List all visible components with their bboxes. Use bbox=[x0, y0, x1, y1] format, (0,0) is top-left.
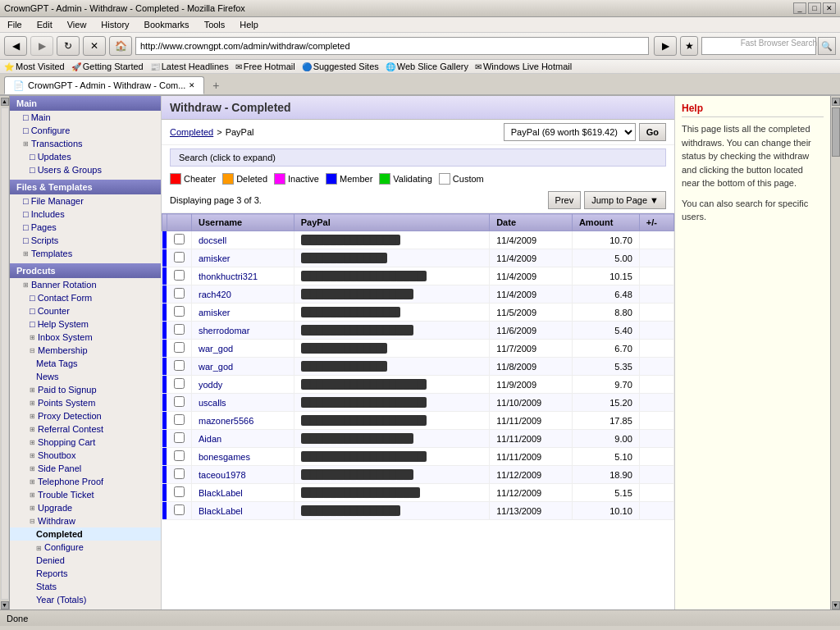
sidebar-item-telephone-proof[interactable]: ⊞ Telephone Proof bbox=[10, 475, 161, 488]
page-icon: □ bbox=[23, 209, 29, 219]
maximize-btn[interactable]: □ bbox=[808, 2, 821, 14]
sidebar-item-trouble-ticket[interactable]: ⊞ Trouble Ticket bbox=[10, 488, 161, 501]
sidebar-item-file-manager[interactable]: □ File Manager bbox=[10, 194, 161, 208]
row-checkbox[interactable] bbox=[167, 358, 192, 376]
sidebar-item-withdraw[interactable]: ⊟ Withdraw bbox=[10, 514, 161, 527]
outer-scrollbar[interactable]: ▲ ▼ bbox=[0, 96, 10, 609]
sidebar-item-help-system[interactable]: □ Help System bbox=[10, 317, 161, 331]
sidebar-item-reports[interactable]: Reports bbox=[10, 567, 161, 580]
minimize-btn[interactable]: _ bbox=[793, 2, 806, 14]
menu-edit[interactable]: Edit bbox=[34, 19, 56, 30]
payment-method-dropdown[interactable]: PayPal (69 worth $619.42) bbox=[504, 123, 636, 141]
bookmark-suggested-sites[interactable]: 🔵 Suggested Sites bbox=[302, 62, 379, 71]
sidebar-item-pages[interactable]: □ Pages bbox=[10, 221, 161, 234]
sidebar-item-scripts[interactable]: □ Scripts bbox=[10, 234, 161, 247]
sidebar-item-membership[interactable]: ⊟ Membership bbox=[10, 344, 161, 357]
sidebar-item-points-system[interactable]: ⊞ Points System bbox=[10, 396, 161, 409]
search-input[interactable] bbox=[701, 37, 816, 55]
address-input[interactable] bbox=[135, 37, 649, 55]
tab-crowngpt[interactable]: 📄 CrownGPT - Admin - Withdraw - Com... ✕ bbox=[4, 76, 204, 94]
go-address-btn[interactable]: ▶ bbox=[654, 36, 677, 56]
sidebar-item-includes[interactable]: □ Includes bbox=[10, 208, 161, 221]
menu-file[interactable]: File bbox=[4, 19, 25, 30]
sidebar-item-shoutbox[interactable]: ⊞ Shoutbox bbox=[10, 449, 161, 462]
sidebar-item-meta-tags[interactable]: Meta Tags bbox=[10, 357, 161, 370]
row-checkbox[interactable] bbox=[167, 285, 192, 304]
row-checkbox[interactable] bbox=[167, 412, 192, 430]
sidebar-item-shopping-cart[interactable]: ⊞ Shopping Cart bbox=[10, 436, 161, 449]
row-checkbox[interactable] bbox=[167, 267, 192, 285]
sidebar-item-completed[interactable]: Completed bbox=[10, 527, 161, 541]
row-username: rach420 bbox=[192, 285, 294, 304]
sidebar-section-files: Files & Templates bbox=[10, 180, 161, 194]
sidebar-item-main[interactable]: □ Main bbox=[10, 111, 161, 124]
bookmark-web-slice[interactable]: 🌐 Web Slice Gallery bbox=[386, 62, 468, 71]
forward-btn[interactable]: ▶ bbox=[30, 36, 53, 56]
sidebar-item-paid-signup[interactable]: ⊞ Paid to Signup bbox=[10, 383, 161, 396]
bookmark-most-visited[interactable]: ⭐ Most Visited bbox=[4, 62, 65, 71]
row-checkbox[interactable] bbox=[167, 466, 192, 484]
menu-view[interactable]: View bbox=[64, 19, 90, 30]
row-checkbox[interactable] bbox=[167, 484, 192, 502]
sidebar-item-referral-contest[interactable]: ⊞ Referral Contest bbox=[10, 422, 161, 436]
home-btn[interactable]: 🏠 bbox=[109, 36, 132, 56]
row-checkbox[interactable] bbox=[167, 340, 192, 358]
sidebar-item-year-totals[interactable]: Year (Totals) bbox=[10, 593, 161, 606]
rocket-icon: 🚀 bbox=[71, 62, 81, 71]
sidebar-item-transactions[interactable]: ⊞ Transactions bbox=[10, 137, 161, 150]
sidebar-item-configure-withdraw[interactable]: ⊞ Configure bbox=[10, 541, 161, 554]
sidebar-item-inbox-system[interactable]: ⊞ Inbox System bbox=[10, 331, 161, 344]
bookmark-latest-headlines[interactable]: 📰 Latest Headlines bbox=[150, 62, 229, 71]
bookmark-star-icon[interactable]: ★ bbox=[680, 36, 698, 56]
search-go-btn[interactable]: 🔍 bbox=[818, 37, 836, 55]
row-checkbox[interactable] bbox=[167, 322, 192, 340]
sidebar-item-updates[interactable]: □ Updates bbox=[10, 150, 161, 163]
row-date: 11/9/2009 bbox=[490, 376, 573, 394]
bookmark-getting-started[interactable]: 🚀 Getting Started bbox=[71, 62, 144, 71]
sidebar-item-denied[interactable]: Denied bbox=[10, 554, 161, 567]
row-paypal: ██████████████████ bbox=[294, 267, 489, 285]
prev-button[interactable]: Prev bbox=[548, 191, 582, 209]
new-tab-btn[interactable]: + bbox=[206, 76, 226, 94]
sidebar-item-configure[interactable]: □ Configure bbox=[10, 124, 161, 137]
sidebar-item-users-groups[interactable]: □ Users & Groups bbox=[10, 163, 161, 176]
stop-btn[interactable]: ✕ bbox=[83, 36, 106, 56]
sidebar-item-contact-form[interactable]: □ Contact Form bbox=[10, 291, 161, 304]
row-checkbox[interactable] bbox=[167, 430, 192, 448]
sidebar-item-counter[interactable]: □ Counter bbox=[10, 304, 161, 317]
row-checkbox[interactable] bbox=[167, 231, 192, 249]
sidebar-item-upgrade[interactable]: ⊞ Upgrade bbox=[10, 501, 161, 514]
menu-help[interactable]: Help bbox=[236, 19, 262, 30]
help-text-1: This page lists all the completed withdr… bbox=[682, 122, 824, 190]
sidebar-item-banner-rotation[interactable]: ⊞ Banner Rotation bbox=[10, 278, 161, 291]
row-username: taceou1978 bbox=[192, 466, 294, 484]
reload-btn[interactable]: ↻ bbox=[57, 36, 80, 56]
search-expand-bar[interactable]: Search (click to expand) bbox=[170, 148, 666, 167]
sidebar-item-news[interactable]: News bbox=[10, 370, 161, 383]
tab-close-btn[interactable]: ✕ bbox=[189, 81, 195, 89]
expand-icon-proxy: ⊞ bbox=[30, 413, 35, 420]
breadcrumb-completed[interactable]: Completed bbox=[170, 127, 213, 137]
right-scrollbar[interactable]: ▲ ▼ bbox=[830, 96, 840, 609]
go-button[interactable]: Go bbox=[639, 123, 666, 141]
sidebar-item-templates[interactable]: ⊞ Templates bbox=[10, 247, 161, 260]
sidebar-item-stats[interactable]: Stats bbox=[10, 580, 161, 593]
row-paypal: ██████████████████ bbox=[294, 376, 489, 394]
row-checkbox[interactable] bbox=[167, 304, 192, 322]
row-checkbox[interactable] bbox=[167, 249, 192, 267]
sidebar-item-side-panel[interactable]: ⊞ Side Panel bbox=[10, 462, 161, 475]
row-username: Aidan bbox=[192, 430, 294, 448]
row-checkbox[interactable] bbox=[167, 394, 192, 412]
back-btn[interactable]: ◀ bbox=[4, 36, 27, 56]
menu-history[interactable]: History bbox=[98, 19, 132, 30]
row-checkbox[interactable] bbox=[167, 448, 192, 466]
bookmark-windows-live[interactable]: ✉ Windows Live Hotmail bbox=[475, 62, 572, 71]
row-checkbox[interactable] bbox=[167, 376, 192, 394]
menu-tools[interactable]: Tools bbox=[201, 19, 229, 30]
close-btn[interactable]: ✕ bbox=[823, 2, 836, 14]
bookmark-free-hotmail[interactable]: ✉ Free Hotmail bbox=[235, 62, 295, 71]
row-checkbox[interactable] bbox=[167, 502, 192, 520]
menu-bookmarks[interactable]: Bookmarks bbox=[141, 19, 193, 30]
jump-to-page-button[interactable]: Jump to Page ▼ bbox=[584, 191, 666, 209]
sidebar-item-proxy-detection[interactable]: ⊞ Proxy Detection bbox=[10, 409, 161, 422]
